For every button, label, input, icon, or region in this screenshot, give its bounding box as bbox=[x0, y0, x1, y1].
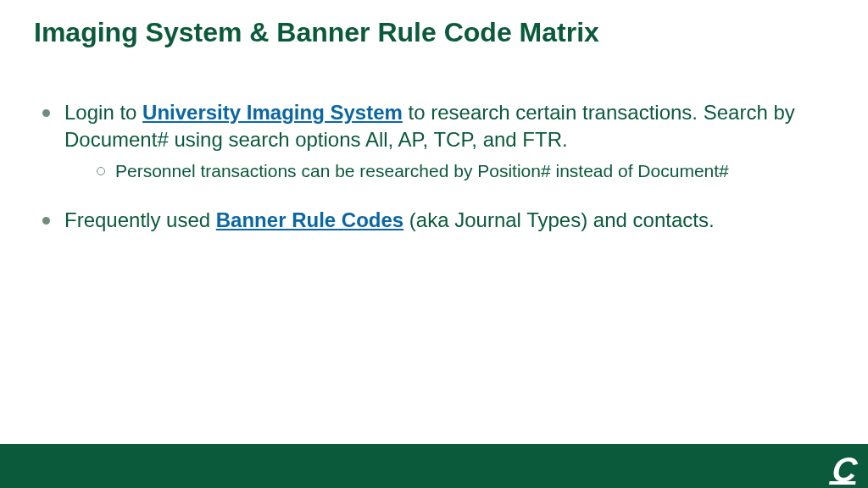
slide-container: Imaging System & Banner Rule Code Matrix… bbox=[0, 0, 868, 488]
bullet-item: Login to University Imaging System to re… bbox=[34, 99, 834, 183]
link-banner-rule-codes[interactable]: Banner Rule Codes bbox=[216, 208, 403, 231]
link-university-imaging-system[interactable]: University Imaging System bbox=[142, 101, 403, 124]
bullet-text-post: (aka Journal Types) and contacts. bbox=[403, 208, 714, 231]
bullet-list: Login to University Imaging System to re… bbox=[34, 99, 834, 235]
logo-icon: C bbox=[831, 452, 857, 486]
slide-title: Imaging System & Banner Rule Code Matrix bbox=[34, 17, 834, 48]
sub-bullet-item: Personnel transactions can be researched… bbox=[92, 159, 834, 183]
footer-bar: C bbox=[0, 444, 868, 488]
bullet-text-pre: Login to bbox=[64, 101, 142, 124]
bullet-text-pre: Frequently used bbox=[64, 208, 216, 231]
bullet-item: Frequently used Banner Rule Codes (aka J… bbox=[34, 207, 834, 234]
sub-bullet-list: Personnel transactions can be researched… bbox=[64, 159, 834, 183]
